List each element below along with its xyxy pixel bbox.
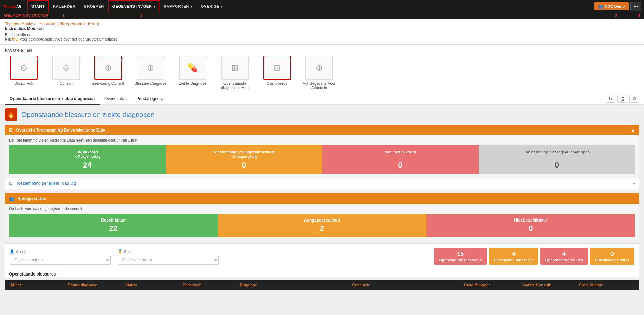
fav-vul-gegevens[interactable]: ☆ ⊕ Vul Gegevens Voor Athlete in bbox=[300, 56, 338, 90]
fav-icon-box-6: ⊞ bbox=[221, 56, 249, 80]
consent-card-nee[interactable]: Nee, niet akkoord 0 bbox=[322, 145, 479, 174]
status-body: Op basis van laatste geregistreerde cons… bbox=[5, 204, 639, 240]
nav-rapporten[interactable]: RAPPORTEN bbox=[159, 0, 197, 12]
consent-sublabel-expired bbox=[483, 155, 631, 159]
favorites-title: FAVORIETEN bbox=[5, 48, 639, 52]
consent-toggle-checkbox: ☑ bbox=[9, 181, 13, 186]
consent-card-expired[interactable]: Toestemming niet ingevuld/verlopen 0 bbox=[479, 145, 635, 174]
fav-openstaande-app[interactable]: ☆ ⊞ Openstaande diagnosen - App bbox=[216, 56, 254, 90]
stat-num-ob: 15 bbox=[439, 251, 482, 258]
fav-icon-box-2: ⊕ bbox=[52, 56, 80, 80]
noc-demo-button[interactable]: 👥 NOC Demo bbox=[594, 2, 629, 10]
refresh-button[interactable]: ↻ bbox=[606, 95, 615, 103]
sport-icon: 🏅 bbox=[118, 249, 122, 254]
nav-start[interactable]: START bbox=[27, 0, 49, 12]
fav-label-1: Doctor Hub bbox=[14, 81, 34, 86]
stat-label-oz: Openstaande ziektes bbox=[545, 258, 583, 262]
th-atleet[interactable]: Atleet ↑ bbox=[9, 282, 66, 288]
fav-label-4: Blessure Diagnose bbox=[135, 81, 166, 86]
status-card-niet[interactable]: Niet beschikbaar 0 bbox=[426, 214, 635, 237]
consent-card-soon[interactable]: Toestemming verloopt binnenkort <30 dage… bbox=[166, 145, 322, 174]
sport-label: 🏅 Sport bbox=[118, 249, 219, 254]
th-case-manager[interactable]: Case Manager bbox=[463, 282, 520, 288]
consent-card-ja[interactable]: Ja, akkoord >30 dagen geldig 24 bbox=[9, 145, 166, 174]
page-title-row: 🔥 Openstaande blessure en ziekte diagnos… bbox=[5, 108, 639, 121]
consent-num-ja: 24 bbox=[13, 161, 162, 170]
grid-icon-1: ⊞ bbox=[231, 63, 238, 73]
star-icon-8[interactable]: ☆ bbox=[331, 56, 335, 62]
table-section-label: Openstaande blessures bbox=[5, 269, 639, 277]
consent-checkbox-icon: ☑ bbox=[9, 128, 13, 133]
brand-logo: TeamNL bbox=[3, 3, 23, 9]
tab-overzichten[interactable]: Overzichten bbox=[100, 93, 131, 105]
welcome-num4: 4 bbox=[638, 13, 640, 17]
fav-doctor-hub[interactable]: ★ ⊕ Doctor Hub bbox=[5, 56, 43, 90]
nav-overige[interactable]: OVERIGE bbox=[197, 0, 227, 12]
consent-header[interactable]: ☑ Overzicht Toestemming Delen Medische D… bbox=[5, 125, 639, 135]
status-header-text: Huidige status bbox=[17, 196, 46, 201]
th-chronisch[interactable]: Chronisch bbox=[181, 282, 239, 288]
consent-sublabel-soon: <30 dagen geldig bbox=[170, 155, 318, 159]
stat-badge-openstaande-ziektes[interactable]: 4 Openstaande ziektes bbox=[540, 248, 588, 265]
fav-ziekte-diagnose[interactable]: ☆ 💊 Ziekte Diagnose bbox=[174, 56, 212, 90]
status-card-beschikbaar[interactable]: Beschikbaar 22 bbox=[9, 214, 218, 237]
top-navigation: TeamNL START KALENDER GROEPEN GEGEVENS I… bbox=[0, 0, 644, 12]
sport-filter: 🏅 Sport Optie selecteren bbox=[118, 249, 219, 265]
welcome-num3: 3 bbox=[615, 13, 617, 17]
body-text-3: voor beknopte instructies over het gebru… bbox=[20, 37, 118, 41]
fav-eenvoudig-consult[interactable]: ★ ⊕ Eenvoudig Consult bbox=[89, 56, 127, 90]
pill-icon: 💊 bbox=[187, 63, 198, 73]
th-conclusie[interactable]: Conclusie bbox=[351, 282, 463, 288]
status-card-aangepast[interactable]: Aangepast trainen 2 bbox=[218, 214, 426, 237]
welcome-num2: 2 bbox=[140, 13, 142, 17]
th-laatste-consult[interactable]: Laatste Consult bbox=[520, 282, 578, 288]
fav-icon-box-1: ⊕ bbox=[10, 56, 38, 80]
fav-dashboards[interactable]: ☆ ⊞ Dashboards bbox=[258, 56, 296, 90]
sport-select[interactable]: Optie selecteren bbox=[118, 255, 219, 265]
print-button[interactable]: 🖨 bbox=[617, 95, 627, 103]
fav-label-6: Openstaande diagnosen - App bbox=[216, 81, 254, 90]
consent-info: De Toestemming Delen Medische Data heeft… bbox=[9, 138, 635, 142]
add-icon: ⊕ bbox=[316, 63, 323, 73]
stat-badge-chronische-blessures[interactable]: 4 Chronische blessures bbox=[489, 248, 538, 265]
here-link[interactable]: hier bbox=[12, 37, 19, 42]
star-icon-7[interactable]: ☆ bbox=[289, 56, 293, 62]
status-header[interactable]: 👥 Huidige status bbox=[5, 194, 639, 204]
tab-openstaande[interactable]: Openstaande blessure en ziekte diagnosen bbox=[5, 93, 100, 105]
chevron-down-icon: ▾ bbox=[633, 181, 635, 186]
medical-plus-icon-3: ⊕ bbox=[105, 63, 112, 73]
body-text-2: Klik bbox=[5, 37, 12, 41]
welcome-bar: WELKOM NOC DOCTOR 1 2 3 4 bbox=[0, 12, 644, 19]
fav-icon-box-7: ⊞ bbox=[263, 56, 291, 80]
fav-label-2: Consult bbox=[59, 81, 72, 86]
settings-button[interactable]: ⚙ bbox=[629, 95, 639, 103]
star-icon-4[interactable]: ☆ bbox=[163, 56, 167, 62]
stat-badge-openstaande-blessures[interactable]: 15 Openstaande blessures bbox=[434, 248, 487, 265]
fav-consult[interactable]: ☆ ⊕ Consult bbox=[47, 56, 85, 90]
th-status[interactable]: Status bbox=[124, 282, 181, 288]
th-diagnose[interactable]: Diagnose bbox=[239, 282, 351, 288]
star-icon-3[interactable]: ★ bbox=[120, 56, 125, 62]
stat-badge-chronische-ziektes[interactable]: 0 Chronische ziektes bbox=[590, 248, 634, 265]
th-datum[interactable]: Datum diagnose bbox=[66, 282, 124, 288]
status-label-niet: Niet beschikbaar bbox=[431, 218, 631, 223]
nav-kalender[interactable]: KALENDER bbox=[49, 0, 80, 12]
announcement-link[interactable]: Topsport Analyse - sportarts (klik open … bbox=[5, 21, 99, 26]
star-icon-2[interactable]: ☆ bbox=[78, 56, 82, 62]
star-icon-1[interactable]: ★ bbox=[36, 56, 40, 62]
star-icon-6[interactable]: ☆ bbox=[247, 56, 251, 62]
more-options-button[interactable]: ••• bbox=[630, 2, 641, 11]
nav-groepen[interactable]: GROEPEN bbox=[80, 0, 108, 12]
athlete-select[interactable]: Optie selecteren bbox=[10, 255, 111, 265]
table-header: Atleet ↑ Datum diagnose Status Chronisch… bbox=[5, 280, 639, 290]
fav-blessure-diagnose[interactable]: ☆ ⊕ Blessure Diagnose bbox=[131, 56, 169, 90]
star-icon-5[interactable]: ☆ bbox=[205, 56, 209, 62]
welcome-num1: 1 bbox=[62, 13, 64, 17]
collapse-icon-consent: ▲ bbox=[631, 128, 635, 133]
nav-gegevens[interactable]: GEGEVENS INVOER ▾ bbox=[108, 0, 160, 12]
tab-prestatiegedrag[interactable]: Prestatiegedrag bbox=[131, 93, 171, 105]
page-title: Openstaande blessure en ziekte diagnosen bbox=[21, 111, 155, 119]
th-consult-door[interactable]: Consult door bbox=[578, 282, 635, 288]
stat-num-cz: 0 bbox=[595, 251, 629, 258]
consent-toggle-row[interactable]: ☑ Toestemming per atleet (klap uit) ▾ bbox=[5, 178, 639, 189]
